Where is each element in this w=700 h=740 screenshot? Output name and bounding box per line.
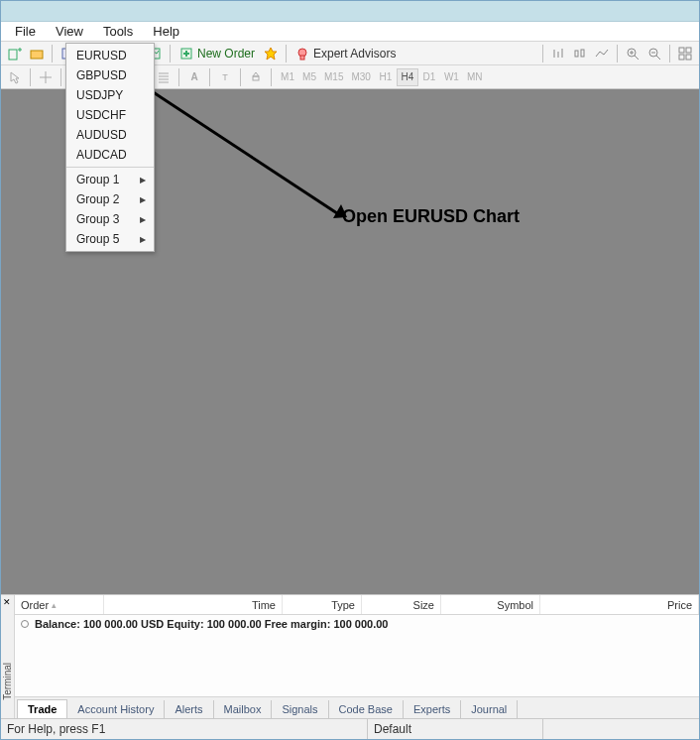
text-label-icon[interactable]: T <box>215 67 235 87</box>
terminal-tab-experts[interactable]: Experts <box>404 700 461 718</box>
new-chart-icon[interactable] <box>5 44 25 63</box>
cursor-icon[interactable] <box>5 67 25 87</box>
chevron-right-icon: ▶ <box>140 215 146 224</box>
new-order-icon <box>179 47 193 61</box>
timeframe-m5[interactable]: M5 <box>298 68 320 86</box>
toolbar-separator <box>30 68 31 86</box>
metaeditor-icon[interactable] <box>261 44 281 63</box>
svg-rect-30 <box>679 55 684 60</box>
timeframe-h4[interactable]: H4 <box>397 68 418 86</box>
svg-rect-28 <box>679 48 684 53</box>
col-symbol[interactable]: Symbol <box>441 595 540 614</box>
svg-rect-31 <box>686 55 691 60</box>
timeframe-h1[interactable]: H1 <box>375 68 397 86</box>
terminal-tab-account-history[interactable]: Account History <box>67 700 165 718</box>
svg-rect-3 <box>31 51 43 59</box>
toolbar-separator <box>542 45 543 62</box>
group-item-group-2[interactable]: Group 2▶ <box>66 189 154 209</box>
crosshair-icon[interactable] <box>36 67 56 87</box>
toolbar-separator <box>60 68 61 86</box>
timeframe-d1[interactable]: D1 <box>418 68 440 86</box>
dropdown-separator <box>66 167 154 168</box>
terminal-side-handle[interactable]: ✕ Terminal <box>1 595 15 718</box>
chevron-right-icon: ▶ <box>140 235 146 244</box>
menu-bar: File View Tools Help <box>1 22 699 42</box>
symbols-dropdown: EURUSDGBPUSDUSDJPYUSDCHFAUDUSDAUDCAD Gro… <box>65 43 155 252</box>
toolbar-separator <box>271 68 272 86</box>
window-tile-icon[interactable] <box>675 44 695 63</box>
timeframe-m15[interactable]: M15 <box>320 68 347 86</box>
col-order[interactable]: Order ▴ <box>15 595 104 614</box>
toolbar-separator <box>170 45 171 62</box>
timeframe-m30[interactable]: M30 <box>347 68 374 86</box>
terminal-tab-code-base[interactable]: Code Base <box>329 700 404 718</box>
col-size[interactable]: Size <box>362 595 441 614</box>
terminal-tab-alerts[interactable]: Alerts <box>165 700 213 718</box>
col-time[interactable]: Time <box>104 595 283 614</box>
close-icon[interactable]: ✕ <box>3 597 11 607</box>
symbol-item-audusd[interactable]: AUDUSD <box>66 125 154 145</box>
svg-rect-20 <box>581 50 584 57</box>
svg-rect-29 <box>686 48 691 53</box>
chevron-right-icon: ▶ <box>140 176 146 185</box>
line-chart-icon[interactable] <box>592 44 612 63</box>
bar-chart-icon[interactable] <box>548 44 568 63</box>
status-profile[interactable]: Default <box>368 719 543 739</box>
new-order-label: New Order <box>197 47 255 61</box>
svg-rect-44 <box>253 76 259 80</box>
timeframe-w1[interactable]: W1 <box>440 68 463 86</box>
terminal-panel: ✕ Terminal Order ▴ Time Type Size Symbol… <box>1 594 699 718</box>
terminal-tab-mailbox[interactable]: Mailbox <box>214 700 273 718</box>
profile-folder-icon[interactable] <box>27 44 47 63</box>
symbol-item-eurusd[interactable]: EURUSD <box>66 46 154 65</box>
col-price[interactable]: Price <box>540 595 699 614</box>
symbol-item-usdjpy[interactable]: USDJPY <box>66 85 154 105</box>
fibonacci-icon[interactable] <box>154 67 174 87</box>
symbol-item-usdchf[interactable]: USDCHF <box>66 105 154 125</box>
symbol-item-audcad[interactable]: AUDCAD <box>66 145 154 165</box>
terminal-label: Terminal <box>2 663 13 700</box>
toolbar-separator <box>669 45 670 62</box>
svg-line-26 <box>656 56 660 60</box>
menu-help[interactable]: Help <box>143 22 189 41</box>
menu-view[interactable]: View <box>46 22 93 41</box>
annotation-label: Open EURUSD Chart <box>342 206 520 227</box>
menu-tools[interactable]: Tools <box>93 22 143 41</box>
svg-marker-32 <box>11 72 19 83</box>
group-item-group-5[interactable]: Group 5▶ <box>66 229 154 249</box>
toolbar-separator <box>240 68 241 86</box>
col-type[interactable]: Type <box>283 595 362 614</box>
terminal-column-headers: Order ▴ Time Type Size Symbol Price <box>15 595 699 615</box>
symbol-item-gbpusd[interactable]: GBPUSD <box>66 65 154 85</box>
timeframe-mn[interactable]: MN <box>463 68 487 86</box>
expert-advisors-icon <box>295 47 309 61</box>
zoom-in-icon[interactable] <box>623 44 642 63</box>
terminal-tab-trade[interactable]: Trade <box>17 699 67 718</box>
svg-rect-15 <box>300 56 304 60</box>
toolbar-separator <box>178 68 179 86</box>
balance-status-icon <box>21 620 29 628</box>
group-item-group-3[interactable]: Group 3▶ <box>66 209 154 229</box>
svg-rect-0 <box>9 50 17 60</box>
new-order-button[interactable]: New Order <box>175 44 259 63</box>
timeframe-m1[interactable]: M1 <box>277 68 298 86</box>
terminal-tab-journal[interactable]: Journal <box>461 700 518 718</box>
expert-advisors-button[interactable]: Expert Advisors <box>292 44 400 63</box>
toolbar-separator <box>209 68 210 86</box>
svg-marker-13 <box>265 48 277 60</box>
candle-chart-icon[interactable] <box>570 44 590 63</box>
svg-line-22 <box>635 56 639 60</box>
toolbar-separator <box>617 45 618 62</box>
text-icon[interactable]: A <box>184 67 204 87</box>
terminal-tab-signals[interactable]: Signals <box>272 700 328 718</box>
title-bar <box>1 1 699 22</box>
svg-rect-19 <box>575 51 578 57</box>
balance-row[interactable]: Balance: 100 000.00 USD Equity: 100 000.… <box>15 615 699 633</box>
status-connection <box>543 719 699 739</box>
terminal-tabs: TradeAccount HistoryAlertsMailboxSignals… <box>15 696 699 718</box>
shapes-icon[interactable] <box>246 67 266 87</box>
group-item-group-1[interactable]: Group 1▶ <box>66 170 154 189</box>
menu-file[interactable]: File <box>5 22 46 41</box>
zoom-out-icon[interactable] <box>644 44 664 63</box>
chevron-right-icon: ▶ <box>140 195 146 204</box>
